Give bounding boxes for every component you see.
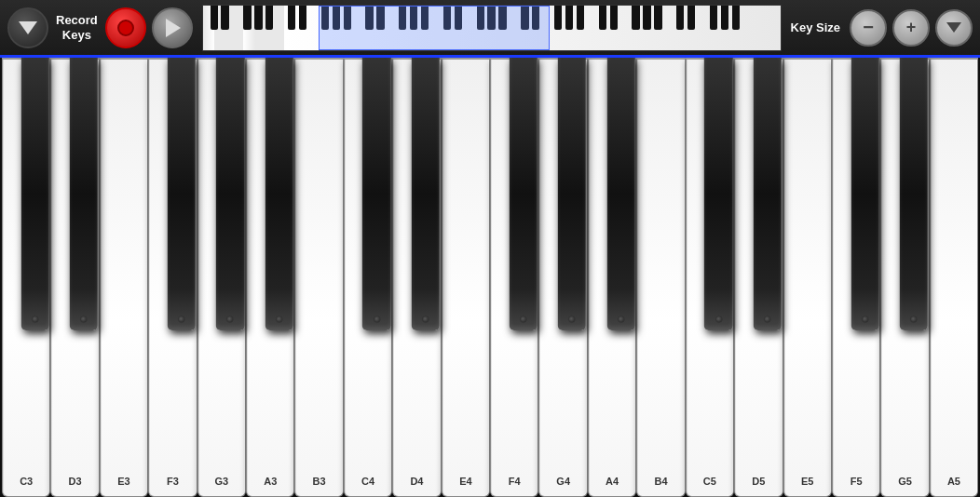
record-button[interactable]: [105, 7, 146, 48]
note-label-D3: D3: [69, 476, 82, 487]
increase-key-size-button[interactable]: +: [892, 9, 930, 47]
white-key-container-A3: A3: [246, 58, 294, 497]
black-key-D#4[interactable]: [412, 58, 440, 330]
black-key-C#3[interactable]: [20, 58, 48, 330]
note-label-A4: A4: [606, 476, 619, 487]
note-label-F5: F5: [851, 476, 863, 487]
black-key-C#4[interactable]: [362, 58, 390, 330]
white-key-container-B3: B3: [294, 58, 343, 497]
white-key-container-B4: B4: [636, 58, 685, 497]
black-key-C#5[interactable]: [704, 58, 732, 330]
black-key-D#5[interactable]: [754, 58, 782, 330]
white-key-container-G5: G5: [880, 58, 929, 497]
white-key-container-C5: C5: [686, 58, 734, 497]
white-key-container-F5: F5: [832, 58, 880, 497]
note-label-F3: F3: [167, 476, 179, 487]
white-key-container-A4: A4: [588, 58, 636, 497]
note-label-C3: C3: [20, 476, 33, 487]
black-key-F#5[interactable]: [851, 58, 878, 330]
white-key-container-A5: A5: [930, 58, 978, 497]
note-label-G3: G3: [214, 476, 228, 487]
white-key-B4[interactable]: B4: [636, 58, 685, 497]
note-label-A5: A5: [947, 476, 960, 487]
header: Record Keys Key Size − +: [0, 0, 980, 58]
piano-keyboard: C3 D3 E3 F3 G3 A3 B3 C4: [0, 58, 980, 497]
note-label-E3: E3: [117, 476, 129, 487]
white-key-container-G4: G4: [538, 58, 587, 497]
black-key-D#3[interactable]: [70, 58, 98, 330]
note-label-F4: F4: [509, 476, 521, 487]
white-key-container-F3: F3: [148, 58, 197, 497]
record-icon: [117, 20, 134, 36]
note-label-E5: E5: [801, 476, 813, 487]
right-controls: Key Size − +: [791, 9, 973, 47]
note-label-A3: A3: [264, 476, 277, 487]
scroll-right-button[interactable]: [935, 9, 973, 47]
white-key-container-C4: C4: [344, 58, 392, 497]
white-key-container-F4: F4: [490, 58, 538, 497]
white-key-E3[interactable]: E3: [100, 58, 148, 497]
white-key-A5[interactable]: A5: [930, 58, 978, 497]
note-label-D5: D5: [752, 476, 765, 487]
mini-piano-visualizer: [202, 5, 782, 51]
white-key-E4[interactable]: E4: [442, 58, 490, 497]
piano-keys-container: C3 D3 E3 F3 G3 A3 B3 C4: [2, 58, 978, 497]
white-key-E5[interactable]: E5: [783, 58, 832, 497]
white-key-container-E3: E3: [100, 58, 148, 497]
black-key-G#4[interactable]: [558, 58, 586, 330]
black-key-F#3[interactable]: [168, 58, 196, 330]
note-label-E4: E4: [459, 476, 471, 487]
note-label-G4: G4: [556, 476, 570, 487]
white-key-container-G3: G3: [197, 58, 246, 497]
white-key-B3[interactable]: B3: [294, 58, 343, 497]
scroll-left-button[interactable]: [7, 7, 48, 48]
white-key-container-D4: D4: [392, 58, 441, 497]
note-label-C4: C4: [361, 476, 374, 487]
black-key-F#4[interactable]: [509, 58, 537, 330]
white-key-container-D3: D3: [50, 58, 99, 497]
black-key-A#3[interactable]: [265, 58, 293, 330]
play-button[interactable]: [152, 7, 193, 48]
black-key-G#3[interactable]: [216, 58, 244, 330]
white-key-container-E5: E5: [783, 58, 832, 497]
note-label-G5: G5: [898, 476, 912, 487]
note-label-B4: B4: [654, 476, 667, 487]
decrease-key-size-button[interactable]: −: [850, 9, 887, 47]
key-size-label: Key Size: [791, 20, 840, 34]
note-label-B3: B3: [313, 476, 326, 487]
white-key-container-D5: D5: [734, 58, 783, 497]
white-key-container-C3: C3: [2, 58, 50, 497]
black-key-G#5[interactable]: [900, 58, 928, 330]
record-keys-label: Record Keys: [56, 13, 98, 42]
black-key-A#4[interactable]: [606, 58, 634, 330]
note-label-C5: C5: [703, 476, 716, 487]
note-label-D4: D4: [410, 476, 423, 487]
white-key-container-E4: E4: [442, 58, 490, 497]
